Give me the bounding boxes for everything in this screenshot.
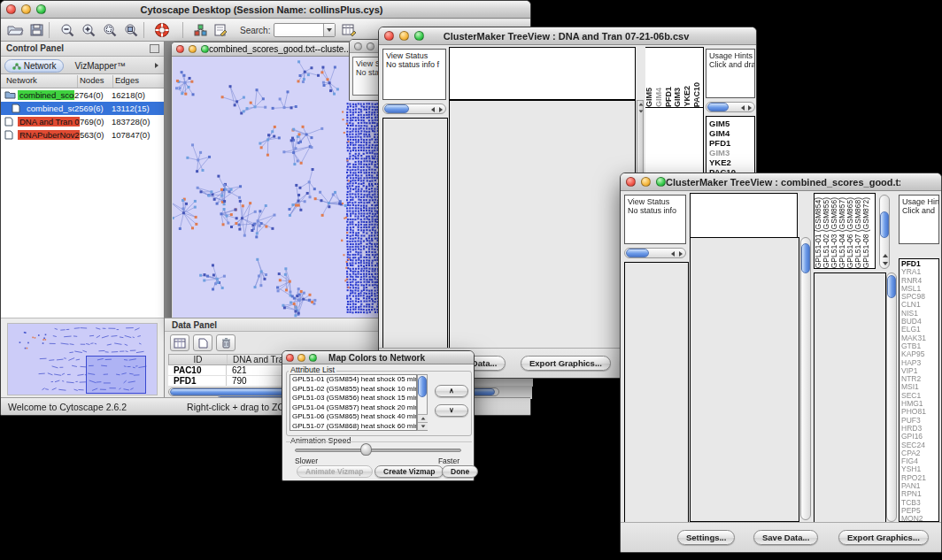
move-down-button[interactable]: ∨ [435,404,468,417]
move-up-button[interactable]: ∧ [435,385,468,397]
control-panel: Control Panel Network VizMapper™ Network… [1,42,165,399]
tv2-heatmap-vscrollbar[interactable] [800,237,811,520]
attribute-list-item[interactable]: GPL51-02 (GSM855) heat shock 10 min [290,385,416,395]
close-button[interactable] [286,354,294,362]
tv2-column-dendrogram-area [690,193,798,237]
network-row-combined-scores[interactable]: combined_scores 2764(0) 16218(0) [1,88,164,102]
attribute-list-item[interactable]: GPL51-04 (GSM857) heat shock 20 min [290,403,416,413]
animation-speed-slider[interactable] [295,449,461,452]
delete-attribute-icon[interactable] [216,334,236,351]
tv1-mini-heatmap-canvas[interactable] [647,111,688,152]
done-button[interactable]: Done [442,465,478,478]
tv2-column-labels: GPL51-01 (GSM854)GPL51-02 (GSM855)GPL51-… [814,193,876,269]
zoom-button[interactable] [309,354,317,362]
close-button[interactable] [384,31,394,41]
treeview1-titlebar[interactable]: ClusterMaker TreeView : DNA and Tran 07-… [379,27,756,45]
minimize-button[interactable] [367,42,374,50]
network-list-table: Network Nodes Edges combined_scores 2764… [1,75,164,142]
main-titlebar[interactable]: Cytoscape Desktop (Session Name: collins… [1,1,530,19]
create-vizmap-button[interactable]: Create Vizmap [374,465,444,478]
select-attributes-icon[interactable] [170,334,189,351]
main-window-title: Cytoscape Desktop (Session Name: collins… [46,4,477,15]
tab-overflow-arrow[interactable] [155,63,158,68]
attribute-list-item[interactable]: GPL51-03 (GSM856) heat shock 15 min [290,394,416,403]
document-icon [12,104,23,113]
document-icon [4,117,16,127]
tv2-labels-vscrollbar[interactable] [879,195,890,269]
treeview1-title: ClusterMaker TreeView : DNA and Tran 07-… [424,31,708,42]
annotation-icon[interactable] [213,23,228,37]
close-button[interactable] [6,4,16,14]
export-graphics-button[interactable]: Export Graphics... [521,356,611,371]
view-status-box: View Status No status info f [382,49,446,100]
minimize-button[interactable] [189,45,197,53]
tv2-gene-list[interactable]: PFD1YRA1RNR4MSL1SPC98CLN1NIS1BUD4ELG1MAK… [899,258,939,522]
tv1-heatmap-canvas[interactable] [449,100,636,357]
close-button[interactable] [626,177,636,187]
open-folder-icon[interactable] [6,23,24,37]
attribute-list[interactable]: GPL51-01 (GSM854) heat shock 05 minGPL51… [290,374,417,431]
minimize-button[interactable] [641,177,651,187]
attribute-list-item[interactable]: GPL51-07 (GSM868) heat shock 60 min [290,422,416,432]
network-row-combined-sco-selected[interactable]: combined_sco 2569(6) 13112(15) [1,102,164,115]
zoom-button[interactable] [414,31,424,41]
control-panel-header: Control Panel [1,42,164,57]
tv1-row-dendrogram-canvas[interactable] [382,118,448,357]
network-table-header[interactable]: Network Nodes Edges [1,75,164,88]
attribute-list-scrollbar[interactable] [417,374,428,431]
attribute-table-icon[interactable] [341,23,357,37]
minimize-button[interactable] [399,31,409,41]
zoom-selected-icon[interactable] [102,23,118,38]
scroll-up-icon[interactable] [418,414,428,422]
settings-button[interactable]: Settings... [677,530,735,545]
tv2-zoom-heatmap-canvas[interactable] [814,272,886,523]
search-label: Search: [240,26,270,35]
attribute-list-item[interactable]: GPL51-06 (GSM865) heat shock 40 min [290,412,416,422]
modify-network-icon[interactable] [193,23,208,37]
help-lifesaver-icon[interactable] [154,22,170,38]
network-row-dna-tran[interactable]: DNA and Tran 07 769(0) 183728(0) [1,115,164,128]
zoom-button[interactable] [201,45,209,53]
slider-thumb[interactable] [360,443,372,456]
tab-vizmapper[interactable]: VizMapper™ [67,60,133,72]
view-status-box: View Status No status info [624,195,686,244]
attribute-list-item[interactable]: GPL51-01 (GSM854) heat shock 05 min [290,375,416,385]
float-panel-icon[interactable] [150,44,159,53]
dialog-titlebar[interactable]: Map Colors to Network [282,351,474,364]
zoom-fit-icon[interactable] [123,23,139,38]
treeview2-titlebar[interactable]: ClusterMaker TreeView : combined_scores_… [621,173,941,191]
treeview2-window: ClusterMaker TreeView : combined_scores_… [620,173,942,553]
zoom-in-icon[interactable] [81,23,97,38]
search-input[interactable] [274,23,336,37]
minimize-button[interactable] [297,354,305,362]
tv2-gene-vscrollbar[interactable] [886,272,897,522]
close-button[interactable] [176,45,184,53]
map-colors-dialog: Map Colors to Network Attribute List GPL… [282,350,475,481]
network-row-rnapuber[interactable]: RNAPuberNov2+I 563(0) 107847(0) [1,128,164,142]
save-icon[interactable] [29,23,44,37]
tv2-row-dendrogram-canvas[interactable] [624,262,689,524]
export-graphics-button[interactable]: Export Graphics... [838,530,929,545]
row-dendrogram-hscrollbar[interactable] [624,248,686,258]
scroll-left-icon[interactable] [431,107,435,112]
new-attribute-icon[interactable] [193,334,212,351]
network-overview-canvas[interactable] [8,324,157,395]
tv2-heatmap-canvas[interactable] [690,237,799,522]
row-dendrogram-hscrollbar[interactable] [382,104,446,114]
zoom-button[interactable] [36,4,46,14]
animate-vizmap-button[interactable]: Animate Vizmap [297,465,373,478]
network-overview-panel[interactable] [7,323,158,395]
zoom-out-icon[interactable] [59,23,75,38]
close-button[interactable] [354,42,362,50]
desktop-screen: Cytoscape Desktop (Session Name: collins… [0,0,942,560]
scroll-right-icon[interactable] [439,107,443,112]
search-dropdown-arrow[interactable] [323,24,335,36]
minimize-button[interactable] [21,4,31,14]
tv1-genes-hscrollbar[interactable] [706,102,755,112]
attribute-list-label: Attribute List [289,365,336,374]
tab-network[interactable]: Network [4,59,64,73]
zoom-button[interactable] [656,177,666,187]
save-data-button[interactable]: Save Data... [753,530,818,545]
scroll-down-icon[interactable] [418,422,428,430]
tv1-column-dendrogram-canvas[interactable] [449,47,636,100]
